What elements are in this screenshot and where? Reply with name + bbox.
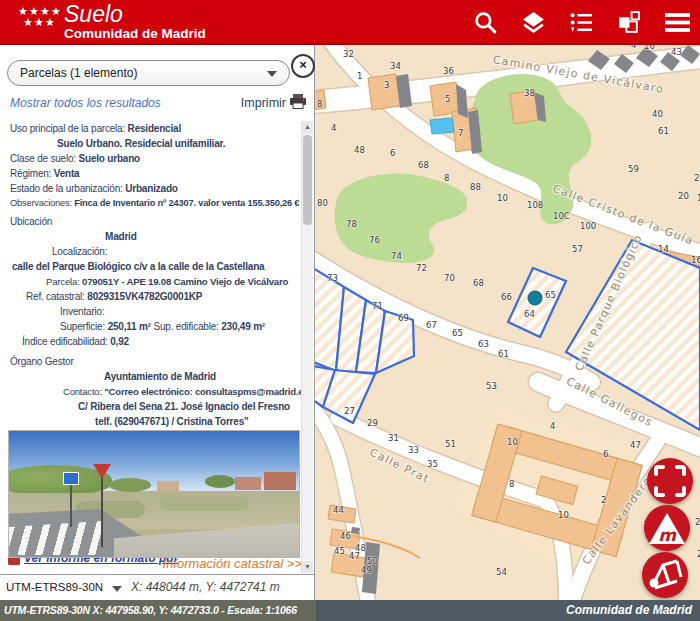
parcel-number: 8 xyxy=(317,99,322,109)
detail-line: Ayuntamiento de Madrid xyxy=(0,369,300,384)
results-panel: × Parcelas (1 elemento) Mostrar todos lo… xyxy=(0,45,315,600)
close-icon[interactable]: × xyxy=(291,54,315,78)
parcel-number: 68 xyxy=(473,278,484,288)
parcel-number: 47 xyxy=(630,440,641,450)
scrollbar-thumb[interactable] xyxy=(303,135,312,225)
pool xyxy=(430,118,454,134)
cadastral-info-link[interactable]: Información catastral >> xyxy=(163,556,302,571)
parcel-number: 40 xyxy=(652,109,663,119)
parcel-number: 78 xyxy=(346,219,357,229)
parcel-number: 10 xyxy=(497,193,508,203)
status-coordinates: UTM-ETRS89-30N X: 447958.90, Y: 4472733.… xyxy=(0,600,316,621)
crs-selector[interactable]: UTM-ETRS89-30N xyxy=(6,581,103,593)
svg-text:m: m xyxy=(658,525,677,545)
parcel-number: 6 xyxy=(390,148,395,158)
parcel-number: 65 xyxy=(545,290,556,300)
parcel-number: 48 xyxy=(354,145,365,155)
detail-line: Inventario: xyxy=(0,304,300,319)
photo-crossing-sign xyxy=(63,472,79,485)
detail-line: Suelo Urbano. Residecial unifamiliar. xyxy=(0,136,300,151)
parcel-number: 61 xyxy=(498,349,509,359)
legend-icon[interactable] xyxy=(569,10,594,35)
parcel-number: 43 xyxy=(671,47,682,57)
search-icon[interactable] xyxy=(473,10,498,35)
detail-line: Régimen: Venta xyxy=(0,166,300,181)
districts-map-button[interactable] xyxy=(642,552,688,598)
parcel-number: 8 xyxy=(509,479,514,489)
detail-line: Órgano Gestor xyxy=(0,354,300,369)
selected-parcel-marker[interactable] xyxy=(528,291,542,305)
parcel-number: 20 xyxy=(678,191,689,201)
share-windows-icon[interactable] xyxy=(617,10,642,35)
parcel-number: 24 xyxy=(695,517,700,527)
parcel-number: 63 xyxy=(478,339,489,349)
madrid-locator-button[interactable]: m xyxy=(644,505,690,551)
detail-line: Ref. catastral: 8029315VK4782G0001KP xyxy=(0,289,300,304)
results-dropdown[interactable]: Parcelas (1 elemento) xyxy=(7,60,290,86)
panel-scrollbar[interactable]: ▲ ▼ xyxy=(301,121,313,573)
map-canvas[interactable]: 3213433653874486688881010810C40615922201… xyxy=(315,45,700,600)
parcel-number: 2 xyxy=(601,495,606,505)
map-attribution: Comunidad de Madrid xyxy=(316,600,700,621)
parcel-number: 38 xyxy=(524,88,535,98)
parcel-number: 48 xyxy=(355,543,366,553)
app-title: Suelo xyxy=(64,1,123,28)
parcel-number: 51 xyxy=(445,439,456,449)
parcel-number: 3 xyxy=(384,80,389,90)
parcel-number: 44 xyxy=(333,505,344,515)
scroll-up-icon[interactable]: ▲ xyxy=(302,121,313,133)
parcel-number: 32 xyxy=(343,49,354,59)
parcel-number: 100 xyxy=(580,221,596,231)
detail-line: Clase de suelo: Suelo urbano xyxy=(0,151,300,166)
fullscreen-brackets-icon xyxy=(656,467,684,495)
parcel-number: 59 xyxy=(628,164,639,174)
parcel-number: 67 xyxy=(426,320,437,330)
parcel-number: 57 xyxy=(572,244,583,254)
parcel-number: 4 xyxy=(331,123,336,133)
parcel-number: 49 xyxy=(361,565,372,575)
printer-icon[interactable] xyxy=(290,94,306,113)
detail-line: Uso principal de la parcela: Residencial xyxy=(0,121,300,136)
app-subtitle: Comunidad de Madrid xyxy=(64,26,206,41)
show-all-results-link[interactable]: Mostrar todos los resultados xyxy=(10,96,161,110)
parcel-number: 74 xyxy=(391,251,402,261)
parcel-number: 108 xyxy=(527,200,543,210)
parcel-number: 66 xyxy=(501,292,512,302)
parcel-number: 45 xyxy=(334,546,345,556)
parcel-number: 6 xyxy=(603,449,608,459)
parcel-number: 22 xyxy=(694,173,700,183)
chevron-down-icon xyxy=(267,71,277,77)
parcel-number: 65 xyxy=(452,328,463,338)
parcel-number: 35 xyxy=(427,459,438,469)
parcel-details: Uso principal de la parcela: Residencial… xyxy=(0,121,300,429)
detail-line: Localización: xyxy=(0,244,300,259)
detail-line: Contacto: "Correo electrónico: consultas… xyxy=(0,384,300,399)
parcel-number: 4 xyxy=(631,45,636,50)
app-header: ★★★★ ★★★ Suelo Comunidad de Madrid xyxy=(0,0,700,45)
parcel-number: 4 xyxy=(550,421,555,431)
parcel-number: 70 xyxy=(444,273,455,283)
parcel-number: 68 xyxy=(418,160,429,170)
layers-icon[interactable] xyxy=(521,10,546,35)
parcel-number: 5 xyxy=(445,94,450,104)
parcel-number: 1 xyxy=(357,71,362,81)
scroll-down-icon[interactable]: ▼ xyxy=(302,561,313,573)
chevron-down-icon[interactable] xyxy=(112,586,122,592)
parcel-number: 46 xyxy=(340,531,351,541)
parcel-number: 16 xyxy=(691,255,700,265)
parcel-number: 34 xyxy=(390,61,401,71)
coordinate-bar: UTM-ETRS89-30N X: 448044 m, Y: 4472741 m xyxy=(0,575,314,600)
detail-line: calle del Parque Biológico c/v a la call… xyxy=(0,259,300,274)
parcel-number: 7 xyxy=(458,128,463,138)
parcel-number: 31 xyxy=(388,433,399,443)
parcel-number: 8 xyxy=(444,173,449,183)
print-button[interactable]: Imprimir xyxy=(241,96,286,110)
zoom-extent-button[interactable] xyxy=(647,458,693,504)
parcel-number: 10C xyxy=(553,211,570,221)
parcel-number: 53 xyxy=(486,381,497,391)
app-window: ★★★★ ★★★ Suelo Comunidad de Madrid xyxy=(0,0,700,621)
menu-icon[interactable] xyxy=(665,10,690,35)
madrid-flag-logo: ★★★★ ★★★ xyxy=(18,6,70,38)
parcel-number: 64 xyxy=(524,309,535,319)
parcel-number: 36 xyxy=(443,66,454,76)
